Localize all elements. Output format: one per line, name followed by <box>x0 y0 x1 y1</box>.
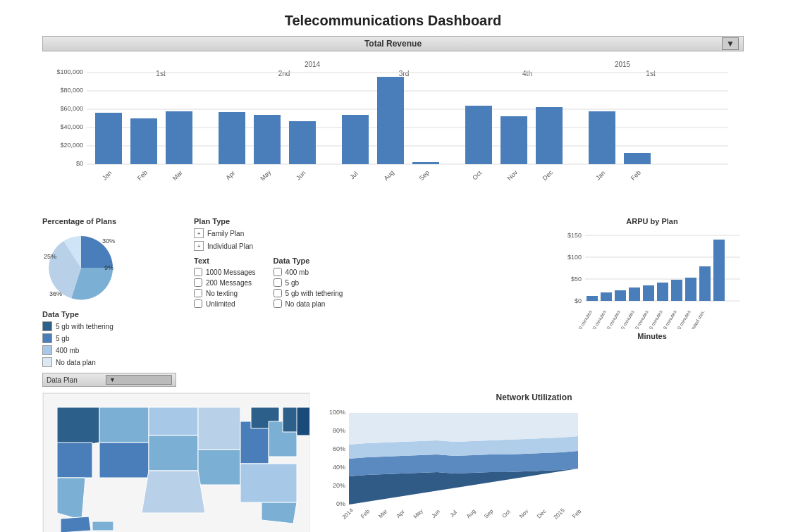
text-1000-item[interactable]: 1000 Messages <box>194 268 256 276</box>
svg-marker-83 <box>92 521 113 531</box>
svg-text:2nd: 2nd <box>278 70 290 78</box>
bar-apr <box>219 112 245 164</box>
individual-plan-item: + Individual Plan <box>194 241 550 251</box>
svg-text:9%: 9% <box>104 264 113 271</box>
svg-text:Feb: Feb <box>571 508 583 520</box>
svg-text:80%: 80% <box>333 427 345 434</box>
svg-text:$80,000: $80,000 <box>60 87 83 94</box>
svg-rect-54 <box>713 240 725 301</box>
pie-title: Percentage of Plans <box>42 217 183 225</box>
svg-marker-73 <box>198 450 240 485</box>
map-container: Call Quality (Scale of 1-10) <box>42 392 310 532</box>
svg-text:400 minutes: 400 minutes <box>575 309 593 329</box>
bar-nov <box>501 116 527 164</box>
svg-text:Apr: Apr <box>395 508 406 519</box>
dt-no-data-checkbox[interactable] <box>274 299 282 308</box>
dt-5gb-tethering-item[interactable]: 5 gb with tethering <box>274 289 343 297</box>
dt-5gb-checkbox[interactable] <box>274 278 282 287</box>
svg-rect-53 <box>699 266 711 301</box>
svg-text:Sep: Sep <box>417 169 430 182</box>
svg-marker-69 <box>99 443 149 478</box>
svg-text:$150: $150 <box>567 232 582 239</box>
bar-jul <box>342 115 369 164</box>
dt-5gb-tethering-checkbox[interactable] <box>274 289 282 297</box>
bar-dec <box>536 107 563 164</box>
svg-text:25%: 25% <box>44 253 56 260</box>
svg-text:2015: 2015 <box>553 507 566 520</box>
plan-type-title: Plan Type <box>194 217 550 225</box>
svg-rect-47 <box>615 290 626 301</box>
legend-5gb: 5 gb <box>42 333 183 343</box>
dashboard-title: Telecommunications Dashboard <box>0 0 786 36</box>
plan-type-section: Plan Type + Family Plan + Individual Pla… <box>194 217 550 251</box>
text-1000-checkbox[interactable] <box>194 268 202 276</box>
bar-aug <box>377 77 404 164</box>
svg-text:$100,000: $100,000 <box>56 68 83 75</box>
svg-rect-48 <box>629 287 640 301</box>
svg-marker-81 <box>297 407 310 435</box>
text-unlimited-item[interactable]: Unlimited <box>194 299 256 308</box>
map-row: Data Plan ▼ <box>42 373 744 387</box>
svg-text:3rd: 3rd <box>398 70 408 78</box>
svg-text:20%: 20% <box>333 482 345 489</box>
svg-marker-71 <box>149 435 198 471</box>
svg-text:100%: 100% <box>329 409 345 416</box>
svg-text:36%: 36% <box>49 290 62 297</box>
svg-text:Dec: Dec <box>541 168 554 182</box>
dt-400mb-item[interactable]: 400 mb <box>274 268 343 276</box>
svg-text:$100: $100 <box>567 254 582 261</box>
legend-400mb: 400 mb <box>42 345 183 355</box>
data-plan-arrow[interactable]: ▼ <box>106 375 172 385</box>
bar-jan2015 <box>589 111 615 164</box>
svg-text:Jul: Jul <box>448 509 458 519</box>
dt-400mb-checkbox[interactable] <box>274 268 282 276</box>
network-util-section: Network Utilization 100% 80% 60% 40% 20%… <box>324 392 744 532</box>
svg-text:Feb: Feb <box>135 169 148 182</box>
family-plan-item: + Family Plan <box>194 228 550 238</box>
svg-rect-52 <box>685 278 696 301</box>
svg-text:$50: $50 <box>571 276 582 283</box>
dropdown-arrow[interactable]: ▼ <box>722 37 739 50</box>
text-no-item[interactable]: No texting <box>194 289 256 297</box>
svg-text:$0: $0 <box>75 160 82 167</box>
data-plan-dropdown[interactable]: Data Plan ▼ <box>42 373 176 387</box>
svg-text:Mar: Mar <box>171 169 183 182</box>
svg-marker-80 <box>262 502 297 524</box>
svg-text:0%: 0% <box>336 500 345 507</box>
legend-no-data: No data plan <box>42 357 183 367</box>
individual-plan-swatch: + <box>194 241 204 251</box>
svg-rect-45 <box>587 296 598 301</box>
svg-text:2014: 2014 <box>304 61 320 68</box>
svg-marker-68 <box>57 478 85 520</box>
dt-5gb-item[interactable]: 5 gb <box>274 278 343 287</box>
svg-text:Nov: Nov <box>518 508 529 519</box>
network-util-chart: 100% 80% 60% 40% 20% 0% 2014 Feb Mar Apr… <box>324 406 599 529</box>
svg-text:2014: 2014 <box>341 507 355 520</box>
svg-text:$60,000: $60,000 <box>60 105 83 112</box>
svg-text:30%: 30% <box>102 237 115 245</box>
svg-text:1st: 1st <box>646 70 656 78</box>
dt-no-data-item[interactable]: No data plan <box>274 299 343 308</box>
svg-text:Jan: Jan <box>594 169 606 181</box>
text-200-checkbox[interactable] <box>194 278 202 287</box>
text-unlimited-checkbox[interactable] <box>194 299 202 308</box>
svg-text:Oct: Oct <box>501 508 512 519</box>
svg-text:Jul: Jul <box>348 170 359 180</box>
svg-text:May: May <box>259 168 272 182</box>
svg-text:$40,000: $40,000 <box>60 123 83 130</box>
svg-text:Jan: Jan <box>101 169 113 181</box>
svg-text:Aug: Aug <box>465 508 477 519</box>
bar-mar <box>166 111 192 164</box>
bar-may <box>254 115 281 164</box>
svg-text:40%: 40% <box>333 464 345 471</box>
svg-text:Nov: Nov <box>505 168 519 182</box>
text-200-item[interactable]: 200 Messages <box>194 278 256 287</box>
svg-marker-79 <box>240 464 297 502</box>
svg-marker-74 <box>142 471 205 513</box>
total-revenue-dropdown[interactable]: Total Revenue ▼ <box>42 36 744 51</box>
bar-oct <box>465 106 492 164</box>
network-util-title: Network Utilization <box>324 392 744 402</box>
svg-rect-50 <box>657 283 668 301</box>
legend-5gb-tethering: 5 gb with tethering <box>42 321 183 331</box>
text-no-checkbox[interactable] <box>194 289 202 297</box>
